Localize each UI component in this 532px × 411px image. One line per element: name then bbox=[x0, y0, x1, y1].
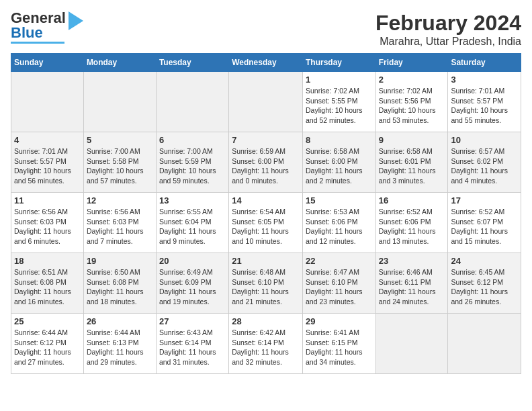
calendar-cell: 10Sunrise: 6:57 AMSunset: 6:02 PMDayligh… bbox=[448, 132, 521, 193]
cell-info: Sunrise: 6:45 AMSunset: 6:12 PMDaylight:… bbox=[451, 267, 518, 307]
calendar-cell: 17Sunrise: 6:52 AMSunset: 6:07 PMDayligh… bbox=[448, 193, 521, 253]
calendar-cell: 26Sunrise: 6:44 AMSunset: 6:13 PMDayligh… bbox=[83, 314, 156, 374]
cell-info: Sunrise: 6:56 AMSunset: 6:03 PMDaylight:… bbox=[14, 207, 81, 246]
cell-day-number: 23 bbox=[379, 256, 445, 266]
calendar-cell: 24Sunrise: 6:45 AMSunset: 6:12 PMDayligh… bbox=[448, 253, 521, 314]
cell-info: Sunrise: 6:54 AMSunset: 6:05 PMDaylight:… bbox=[232, 207, 300, 246]
calendar-cell bbox=[83, 72, 156, 132]
cell-day-number: 17 bbox=[451, 195, 518, 205]
calendar-cell: 1Sunrise: 7:02 AMSunset: 5:55 PMDaylight… bbox=[302, 72, 375, 132]
cell-info: Sunrise: 6:57 AMSunset: 6:02 PMDaylight:… bbox=[451, 146, 518, 186]
cell-day-number: 1 bbox=[306, 75, 373, 85]
page-header: General Blue February 2024 Marahra, Utta… bbox=[11, 11, 521, 48]
cell-info: Sunrise: 6:52 AMSunset: 6:07 PMDaylight:… bbox=[451, 207, 518, 246]
logo-arrow-icon bbox=[69, 11, 83, 30]
cell-day-number: 6 bbox=[159, 135, 226, 145]
cell-info: Sunrise: 6:44 AMSunset: 6:12 PMDaylight:… bbox=[14, 328, 81, 367]
calendar-cell: 13Sunrise: 6:55 AMSunset: 6:04 PMDayligh… bbox=[156, 193, 228, 253]
calendar-cell bbox=[11, 72, 84, 132]
calendar-cell: 29Sunrise: 6:41 AMSunset: 6:15 PMDayligh… bbox=[302, 314, 375, 374]
week-row-3: 11Sunrise: 6:56 AMSunset: 6:03 PMDayligh… bbox=[11, 193, 521, 253]
cell-info: Sunrise: 6:49 AMSunset: 6:09 PMDaylight:… bbox=[159, 267, 226, 307]
cell-info: Sunrise: 7:02 AMSunset: 5:55 PMDaylight:… bbox=[306, 86, 373, 126]
calendar-cell: 4Sunrise: 7:01 AMSunset: 5:57 PMDaylight… bbox=[11, 132, 84, 193]
cell-day-number: 9 bbox=[379, 135, 445, 145]
header-cell-sunday: Sunday bbox=[11, 54, 84, 72]
calendar-cell: 18Sunrise: 6:51 AMSunset: 6:08 PMDayligh… bbox=[11, 253, 84, 314]
calendar-cell: 19Sunrise: 6:50 AMSunset: 6:08 PMDayligh… bbox=[83, 253, 156, 314]
cell-info: Sunrise: 6:48 AMSunset: 6:10 PMDaylight:… bbox=[232, 267, 300, 307]
calendar-cell: 12Sunrise: 6:56 AMSunset: 6:03 PMDayligh… bbox=[83, 193, 156, 253]
calendar-cell: 23Sunrise: 6:46 AMSunset: 6:11 PMDayligh… bbox=[375, 253, 448, 314]
calendar-cell: 15Sunrise: 6:53 AMSunset: 6:06 PMDayligh… bbox=[302, 193, 375, 253]
calendar-cell: 9Sunrise: 6:58 AMSunset: 6:01 PMDaylight… bbox=[375, 132, 448, 193]
cell-day-number: 28 bbox=[232, 316, 300, 326]
cell-day-number: 8 bbox=[306, 135, 373, 145]
cell-day-number: 7 bbox=[232, 135, 300, 145]
calendar-cell bbox=[229, 72, 303, 132]
calendar-cell: 22Sunrise: 6:47 AMSunset: 6:10 PMDayligh… bbox=[302, 253, 375, 314]
cell-day-number: 14 bbox=[232, 195, 300, 205]
cell-info: Sunrise: 6:56 AMSunset: 6:03 PMDaylight:… bbox=[87, 207, 153, 246]
calendar-cell bbox=[156, 72, 228, 132]
cell-day-number: 4 bbox=[14, 135, 81, 145]
cell-info: Sunrise: 6:44 AMSunset: 6:13 PMDaylight:… bbox=[87, 328, 153, 367]
calendar-cell: 3Sunrise: 7:01 AMSunset: 5:57 PMDaylight… bbox=[448, 72, 521, 132]
calendar-cell: 25Sunrise: 6:44 AMSunset: 6:12 PMDayligh… bbox=[11, 314, 84, 374]
header-cell-wednesday: Wednesday bbox=[229, 54, 303, 72]
logo: General Blue bbox=[11, 11, 83, 44]
cell-info: Sunrise: 6:43 AMSunset: 6:14 PMDaylight:… bbox=[159, 328, 226, 367]
cell-day-number: 21 bbox=[232, 256, 300, 266]
cell-day-number: 22 bbox=[306, 256, 373, 266]
calendar-cell: 5Sunrise: 7:00 AMSunset: 5:58 PMDaylight… bbox=[83, 132, 156, 193]
calendar-header: SundayMondayTuesdayWednesdayThursdayFrid… bbox=[11, 54, 521, 72]
svg-marker-0 bbox=[69, 11, 83, 30]
calendar-cell: 6Sunrise: 7:00 AMSunset: 5:59 PMDaylight… bbox=[156, 132, 228, 193]
calendar-body: 1Sunrise: 7:02 AMSunset: 5:55 PMDaylight… bbox=[11, 72, 521, 374]
cell-day-number: 27 bbox=[159, 316, 226, 326]
cell-info: Sunrise: 6:58 AMSunset: 6:01 PMDaylight:… bbox=[379, 146, 445, 186]
calendar-cell: 11Sunrise: 6:56 AMSunset: 6:03 PMDayligh… bbox=[11, 193, 84, 253]
cell-info: Sunrise: 6:52 AMSunset: 6:06 PMDaylight:… bbox=[379, 207, 445, 246]
calendar-cell bbox=[375, 314, 448, 374]
cell-day-number: 15 bbox=[306, 195, 373, 205]
calendar-cell: 21Sunrise: 6:48 AMSunset: 6:10 PMDayligh… bbox=[229, 253, 303, 314]
calendar-cell: 14Sunrise: 6:54 AMSunset: 6:05 PMDayligh… bbox=[229, 193, 303, 253]
header-row: SundayMondayTuesdayWednesdayThursdayFrid… bbox=[11, 54, 521, 72]
cell-day-number: 2 bbox=[379, 75, 445, 85]
calendar-cell: 8Sunrise: 6:58 AMSunset: 6:00 PMDaylight… bbox=[302, 132, 375, 193]
cell-day-number: 19 bbox=[87, 256, 153, 266]
cell-info: Sunrise: 6:51 AMSunset: 6:08 PMDaylight:… bbox=[14, 267, 81, 307]
cell-info: Sunrise: 6:58 AMSunset: 6:00 PMDaylight:… bbox=[306, 146, 373, 186]
cell-day-number: 16 bbox=[379, 195, 445, 205]
cell-day-number: 20 bbox=[159, 256, 226, 266]
cell-info: Sunrise: 7:00 AMSunset: 5:59 PMDaylight:… bbox=[159, 146, 226, 186]
cell-info: Sunrise: 6:47 AMSunset: 6:10 PMDaylight:… bbox=[306, 267, 373, 307]
cell-info: Sunrise: 6:42 AMSunset: 6:14 PMDaylight:… bbox=[232, 328, 300, 367]
calendar-title: February 2024 bbox=[375, 11, 521, 36]
cell-day-number: 18 bbox=[14, 256, 81, 266]
header-cell-friday: Friday bbox=[375, 54, 448, 72]
cell-info: Sunrise: 7:00 AMSunset: 5:58 PMDaylight:… bbox=[87, 146, 153, 186]
cell-info: Sunrise: 6:55 AMSunset: 6:04 PMDaylight:… bbox=[159, 207, 226, 246]
cell-info: Sunrise: 7:01 AMSunset: 5:57 PMDaylight:… bbox=[14, 146, 81, 186]
logo-underline bbox=[11, 42, 64, 44]
calendar-cell: 28Sunrise: 6:42 AMSunset: 6:14 PMDayligh… bbox=[229, 314, 303, 374]
cell-day-number: 11 bbox=[14, 195, 81, 205]
header-cell-saturday: Saturday bbox=[448, 54, 521, 72]
header-cell-thursday: Thursday bbox=[302, 54, 375, 72]
title-block: February 2024 Marahra, Uttar Pradesh, In… bbox=[375, 11, 521, 48]
calendar-subtitle: Marahra, Uttar Pradesh, India bbox=[375, 36, 521, 48]
cell-day-number: 13 bbox=[159, 195, 226, 205]
cell-day-number: 26 bbox=[87, 316, 153, 326]
week-row-2: 4Sunrise: 7:01 AMSunset: 5:57 PMDaylight… bbox=[11, 132, 521, 193]
cell-info: Sunrise: 6:50 AMSunset: 6:08 PMDaylight:… bbox=[87, 267, 153, 307]
cell-info: Sunrise: 6:46 AMSunset: 6:11 PMDaylight:… bbox=[379, 267, 445, 307]
cell-day-number: 12 bbox=[87, 195, 153, 205]
calendar-cell: 20Sunrise: 6:49 AMSunset: 6:09 PMDayligh… bbox=[156, 253, 228, 314]
calendar-cell: 16Sunrise: 6:52 AMSunset: 6:06 PMDayligh… bbox=[375, 193, 448, 253]
cell-info: Sunrise: 6:41 AMSunset: 6:15 PMDaylight:… bbox=[306, 328, 373, 367]
calendar-cell bbox=[448, 314, 521, 374]
week-row-1: 1Sunrise: 7:02 AMSunset: 5:55 PMDaylight… bbox=[11, 72, 521, 132]
cell-day-number: 5 bbox=[87, 135, 153, 145]
